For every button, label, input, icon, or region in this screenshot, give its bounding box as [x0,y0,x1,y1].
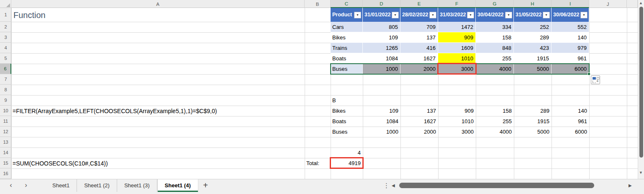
scroll-up-arrow-icon[interactable]: ▲ [639,1,643,5]
column-header-k-partial[interactable] [627,0,638,8]
add-sheet-button[interactable]: + [201,181,210,190]
paste-options-button[interactable]: + [591,75,600,84]
tab-scroll-right-button[interactable]: › [22,181,30,189]
filter-dropdown-icon[interactable]: ▼ [580,12,588,18]
spill-cell[interactable]: 6000 [552,127,589,137]
spill-cell[interactable]: 109 [363,106,400,116]
vertical-scrollbar[interactable]: ▲ ▼ [638,0,644,179]
table-header-date-3[interactable]: 31/03/2022 ▼ [438,8,476,22]
spill-cell[interactable]: 1915 [514,116,552,127]
row-header-8[interactable]: 8 [0,85,11,95]
table-cell[interactable]: 255 [476,53,514,64]
table-cell[interactable]: 848 [476,43,514,53]
spill-cell[interactable]: 2000 [400,127,438,137]
table-header-date-6[interactable]: 30/06/2022 ▼ [552,8,589,22]
row-header-11[interactable]: 11 [0,116,11,127]
scroll-down-arrow-icon[interactable]: ▼ [639,171,643,175]
spill-cell[interactable]: 3000 [438,127,476,137]
spill-cell[interactable]: 1010 [438,116,476,127]
table-header-date-5[interactable]: 31/05/2022 ▼ [514,8,552,22]
row-header-3[interactable]: 3 [0,32,11,43]
cell-a15-sum-formula[interactable]: =SUM(CHOOSECOLS(C10#,C$14)) [11,158,305,168]
filter-dropdown-icon[interactable]: ▼ [392,12,399,18]
spill-cell[interactable]: 909 [438,106,476,116]
table-cell[interactable]: 289 [514,32,552,43]
filter-dropdown-icon[interactable]: ▼ [505,12,512,18]
cell-b15-total-label[interactable]: Total: [305,158,331,168]
row-header-12[interactable]: 12 [0,127,11,137]
table-cell-highlighted[interactable]: 909 [438,32,476,43]
cell-c14-index[interactable]: 4 [331,147,363,158]
row-header-15[interactable]: 15 [0,158,11,168]
tab-scroll-left-button[interactable]: ‹ [7,181,15,189]
row-header-1[interactable]: 1 [0,8,11,22]
table-cell[interactable]: 140 [552,32,589,43]
table-cell[interactable]: 109 [363,32,400,43]
cell-a10-filter-formula[interactable]: =FILTER(ArrayExample5,LEFT(CHOOSECOLS(Ar… [11,106,305,116]
table-cell[interactable]: 1609 [438,43,476,53]
spill-cell[interactable]: Bikes [331,106,363,116]
table-cell[interactable]: 805 [363,22,400,32]
table-header-product[interactable]: Product ▼ [331,8,363,22]
column-header-j[interactable]: J [589,0,627,8]
spill-cell[interactable]: 1000 [363,127,400,137]
table-cell[interactable]: 1472 [438,22,476,32]
table-header-date-4[interactable]: 30/04/2022 ▼ [476,8,514,22]
table-cell[interactable]: 1265 [363,43,400,53]
filter-dropdown-icon[interactable]: ▼ [543,12,550,18]
vertical-scrollbar-thumb[interactable] [639,7,643,158]
table-cell-selected[interactable]: 6000 [552,64,589,74]
column-header-g[interactable]: G [476,0,514,8]
table-cell[interactable]: 423 [514,43,552,53]
select-all-corner[interactable] [0,0,11,8]
scrollbar-splitter-handle[interactable]: ⋮ [383,182,390,189]
column-header-e[interactable]: E [400,0,438,8]
table-cell[interactable]: 1627 [400,53,438,64]
row-header-5[interactable]: 5 [0,53,11,64]
row-header-7[interactable]: 7 [0,74,11,85]
spill-cell[interactable]: 5000 [514,127,552,137]
cell-c9-criteria[interactable]: B [331,95,363,106]
filter-dropdown-icon[interactable]: ▼ [429,12,436,18]
filter-dropdown-icon[interactable]: ▼ [467,12,474,18]
scroll-left-arrow-icon[interactable]: ◀ [392,183,395,188]
cell-a1-function-title[interactable]: Function [11,8,305,22]
spill-cell[interactable]: 137 [400,106,438,116]
table-header-date-1[interactable]: 31/01/2022 ▼ [363,8,400,22]
spill-cell[interactable]: 158 [476,106,514,116]
spill-cell[interactable]: 255 [476,116,514,127]
table-cell[interactable]: Bikes [331,32,363,43]
table-cell[interactable]: 709 [400,22,438,32]
table-cell[interactable]: 961 [552,53,589,64]
table-cell-highlighted[interactable]: 1010 [438,53,476,64]
filter-dropdown-icon[interactable]: ▼ [354,12,361,18]
spill-cell[interactable]: 140 [552,106,589,116]
table-cell[interactable]: 552 [552,22,589,32]
table-header-date-2[interactable]: 28/02/2022 ▼ [400,8,438,22]
table-cell-selected[interactable]: 3000 [438,64,476,74]
column-header-i[interactable]: I [552,0,589,8]
tab-sheet1-3[interactable]: Sheet1 (3) [117,179,157,192]
table-cell[interactable]: 1084 [363,53,400,64]
row-header-6[interactable]: 6 [0,64,11,74]
row-header-9[interactable]: 9 [0,95,11,106]
table-cell-selected[interactable]: 5000 [514,64,552,74]
spill-cell[interactable]: Boats [331,116,363,127]
column-header-c[interactable]: C [331,0,363,8]
row-header-2[interactable]: 2 [0,22,11,32]
table-cell[interactable]: 416 [400,43,438,53]
table-cell[interactable]: 1915 [514,53,552,64]
scroll-right-arrow-icon[interactable]: ▶ [629,183,632,188]
row-header-14[interactable]: 14 [0,147,11,158]
table-cell[interactable]: Boats [331,53,363,64]
column-header-a[interactable]: A [11,0,305,8]
column-header-h[interactable]: H [514,0,552,8]
table-cell[interactable]: Trains [331,43,363,53]
active-cell-buses[interactable]: Buses [331,64,363,74]
table-cell[interactable]: 334 [476,22,514,32]
spill-cell[interactable]: 289 [514,106,552,116]
row-header-16[interactable]: 16 [0,168,11,179]
cell-c15-total-value[interactable]: 4919 [331,158,363,168]
table-cell[interactable]: 252 [514,22,552,32]
row-header-4[interactable]: 4 [0,43,11,53]
